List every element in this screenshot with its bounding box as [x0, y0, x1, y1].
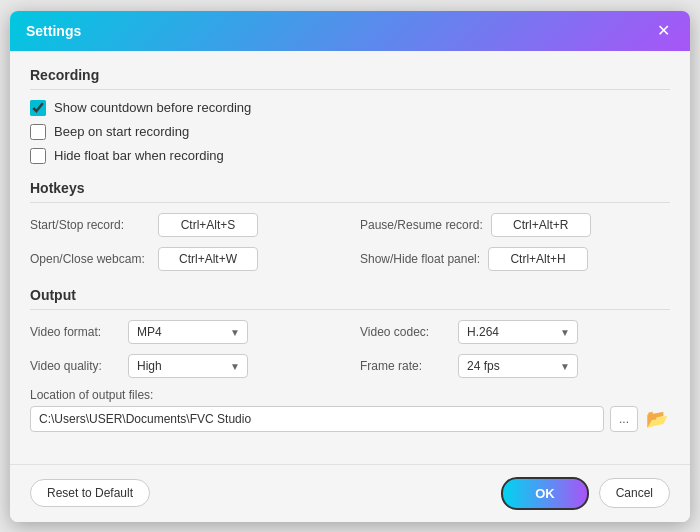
codec-select[interactable]: H.264 H.265 MPEG-4 [458, 320, 578, 344]
location-input[interactable] [30, 406, 604, 432]
hotkey-row-webcam: Open/Close webcam: [30, 247, 340, 271]
hotkeys-grid: Start/Stop record: Pause/Resume record: … [30, 213, 670, 271]
output-row-format: Video format: MP4 AVI MOV MKV ▼ [30, 320, 340, 344]
output-row-quality: Video quality: High Medium Low ▼ [30, 354, 340, 378]
output-section-title: Output [30, 287, 670, 310]
quality-select-wrapper: High Medium Low ▼ [128, 354, 248, 378]
framerate-select-wrapper: 24 fps 30 fps 60 fps ▼ [458, 354, 578, 378]
recording-section-title: Recording [30, 67, 670, 90]
hotkey-input-pauseresume[interactable] [491, 213, 591, 237]
checkbox-beep[interactable] [30, 124, 46, 140]
cancel-button[interactable]: Cancel [599, 478, 670, 508]
location-input-row: ... 📂 [30, 406, 670, 432]
output-label-codec: Video codec: [360, 325, 450, 339]
output-grid: Video format: MP4 AVI MOV MKV ▼ Video co… [30, 320, 670, 378]
output-label-quality: Video quality: [30, 359, 120, 373]
title-bar: Settings ✕ [10, 11, 690, 51]
hotkey-label-floatpanel: Show/Hide float panel: [360, 252, 480, 266]
recording-section: Recording Show countdown before recordin… [30, 67, 670, 164]
checkbox-floatbar[interactable] [30, 148, 46, 164]
hotkey-row-startstop: Start/Stop record: [30, 213, 340, 237]
browse-button[interactable]: ... [610, 406, 638, 432]
output-row-framerate: Frame rate: 24 fps 30 fps 60 fps ▼ [360, 354, 670, 378]
hotkeys-section: Hotkeys Start/Stop record: Pause/Resume … [30, 180, 670, 271]
dialog-footer: Reset to Default OK Cancel [10, 464, 690, 522]
checkbox-label-floatbar: Hide float bar when recording [54, 148, 224, 163]
quality-select[interactable]: High Medium Low [128, 354, 248, 378]
output-label-format: Video format: [30, 325, 120, 339]
dialog-title: Settings [26, 23, 81, 39]
hotkeys-section-title: Hotkeys [30, 180, 670, 203]
format-select-wrapper: MP4 AVI MOV MKV ▼ [128, 320, 248, 344]
hotkey-input-startstop[interactable] [158, 213, 258, 237]
hotkey-row-floatpanel: Show/Hide float panel: [360, 247, 670, 271]
footer-buttons: OK Cancel [501, 477, 670, 510]
reset-button[interactable]: Reset to Default [30, 479, 150, 507]
checkbox-row-beep: Beep on start recording [30, 124, 670, 140]
hotkey-label-startstop: Start/Stop record: [30, 218, 150, 232]
hotkey-label-webcam: Open/Close webcam: [30, 252, 150, 266]
hotkey-row-pauseresume: Pause/Resume record: [360, 213, 670, 237]
checkbox-countdown[interactable] [30, 100, 46, 116]
hotkey-input-webcam[interactable] [158, 247, 258, 271]
location-row: Location of output files: ... 📂 [30, 388, 670, 432]
dialog-content: Recording Show countdown before recordin… [10, 51, 690, 464]
checkbox-label-beep: Beep on start recording [54, 124, 189, 139]
output-label-framerate: Frame rate: [360, 359, 450, 373]
close-button[interactable]: ✕ [653, 21, 674, 41]
checkbox-row-floatbar: Hide float bar when recording [30, 148, 670, 164]
ok-button[interactable]: OK [501, 477, 589, 510]
hotkey-label-pauseresume: Pause/Resume record: [360, 218, 483, 232]
location-label: Location of output files: [30, 388, 670, 402]
checkbox-label-countdown: Show countdown before recording [54, 100, 251, 115]
codec-select-wrapper: H.264 H.265 MPEG-4 ▼ [458, 320, 578, 344]
output-section: Output Video format: MP4 AVI MOV MKV ▼ [30, 287, 670, 432]
output-row-codec: Video codec: H.264 H.265 MPEG-4 ▼ [360, 320, 670, 344]
hotkey-input-floatpanel[interactable] [488, 247, 588, 271]
checkbox-row-countdown: Show countdown before recording [30, 100, 670, 116]
format-select[interactable]: MP4 AVI MOV MKV [128, 320, 248, 344]
settings-dialog: Settings ✕ Recording Show countdown befo… [10, 11, 690, 522]
framerate-select[interactable]: 24 fps 30 fps 60 fps [458, 354, 578, 378]
open-folder-button[interactable]: 📂 [644, 406, 670, 432]
